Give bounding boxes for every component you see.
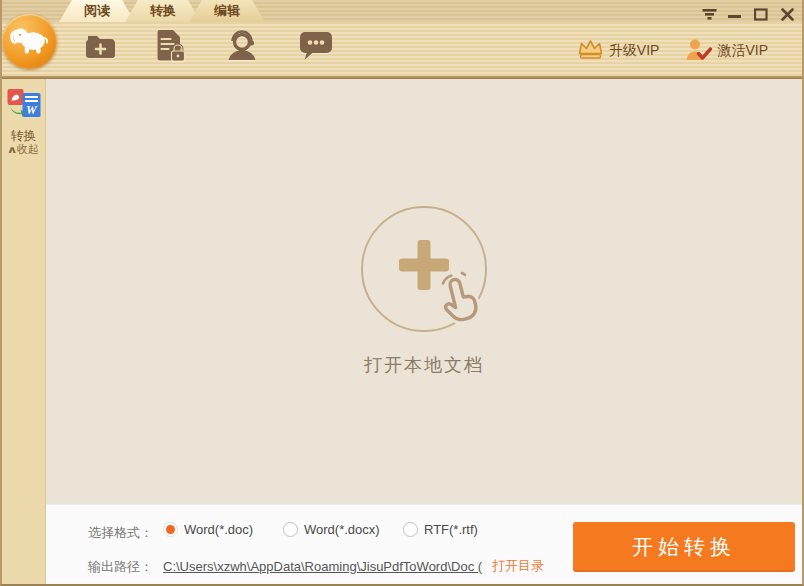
activate-vip-button[interactable]: 激活VIP: [685, 38, 768, 64]
radio-unselected-icon[interactable]: [403, 522, 418, 537]
customer-service-icon: [225, 29, 259, 67]
open-document-label: 打开本地文档: [46, 353, 802, 377]
format-radio-word-docx[interactable]: Word(*.docx): [283, 522, 380, 537]
sidebar-collapse-button[interactable]: ∧ 收起: [2, 142, 45, 157]
close-button[interactable]: [774, 5, 800, 23]
format-label: 选择格式：: [88, 524, 153, 542]
content-area: 打开本地文档 选择格式： Word(*.doc) Word(*.docx) RT…: [46, 79, 802, 584]
output-path-row: C:\Users\xzwh\AppData\Roaming\JisuPdfToW…: [163, 557, 544, 575]
pdf-to-word-icon: W: [7, 88, 41, 123]
tab-convert-label: 转换: [150, 2, 176, 20]
tab-convert[interactable]: 转换: [125, 0, 201, 22]
person-check-icon: [685, 38, 712, 64]
format-rtf-label: RTF(*.rtf): [424, 522, 478, 537]
format-radio-word-doc[interactable]: Word(*.doc): [163, 522, 253, 537]
tab-edit-label: 编辑: [214, 2, 240, 20]
tab-read-label: 阅读: [84, 2, 110, 20]
chevron-up-icon: ∧: [6, 144, 17, 155]
tab-read[interactable]: 阅读: [59, 0, 135, 22]
feedback-chat-button[interactable]: [296, 29, 336, 67]
svg-text:W: W: [26, 103, 38, 117]
customer-service-button[interactable]: [222, 29, 262, 67]
format-radio-rtf[interactable]: RTF(*.rtf): [403, 522, 478, 537]
upgrade-vip-label: 升级VIP: [609, 42, 660, 60]
tab-edit[interactable]: 编辑: [189, 0, 265, 22]
open-file-icon: [84, 31, 120, 65]
elephant-logo-icon: [9, 19, 51, 65]
app-logo[interactable]: [2, 14, 57, 69]
output-path-link[interactable]: C:\Users\xzwh\AppData\Roaming\JisuPdfToW…: [163, 559, 482, 574]
sidebar-item-convert[interactable]: W 转换: [2, 88, 45, 145]
feedback-chat-icon: [299, 31, 333, 66]
format-word-docx-label: Word(*.docx): [304, 522, 380, 537]
open-directory-link[interactable]: 打开目录: [492, 557, 544, 575]
menu-triangle-icon[interactable]: [696, 5, 722, 23]
upgrade-vip-button[interactable]: 升级VIP: [577, 39, 660, 63]
start-convert-button[interactable]: 开始转换: [573, 522, 795, 572]
title-bar: 阅读 转换 编辑: [0, 0, 804, 76]
radio-selected-icon[interactable]: [163, 522, 178, 537]
format-word-doc-label: Word(*.doc): [184, 522, 253, 537]
output-path-label: 输出路径：: [88, 558, 153, 576]
crown-icon: [577, 39, 604, 63]
sidebar: W 转换 ∧ 收起: [2, 79, 46, 584]
maximize-button[interactable]: [748, 5, 774, 23]
minimize-button[interactable]: [722, 5, 748, 23]
radio-unselected-icon[interactable]: [283, 522, 298, 537]
convert-drop-area: 打开本地文档: [46, 79, 802, 505]
sidebar-collapse-label: 收起: [17, 142, 39, 157]
vip-area: 升级VIP 激活VIP: [577, 38, 768, 64]
open-file-button[interactable]: [82, 29, 122, 67]
start-convert-label: 开始转换: [632, 533, 736, 561]
open-document-button[interactable]: [336, 184, 512, 360]
app-window: 阅读 转换 编辑: [0, 0, 804, 586]
bottom-panel: 选择格式： Word(*.doc) Word(*.docx) RTF(*.rtf…: [46, 504, 802, 584]
document-unlock-button[interactable]: [151, 29, 191, 67]
document-unlock-icon: [155, 29, 187, 67]
activate-vip-label: 激活VIP: [717, 42, 768, 60]
window-controls: [696, 5, 800, 23]
